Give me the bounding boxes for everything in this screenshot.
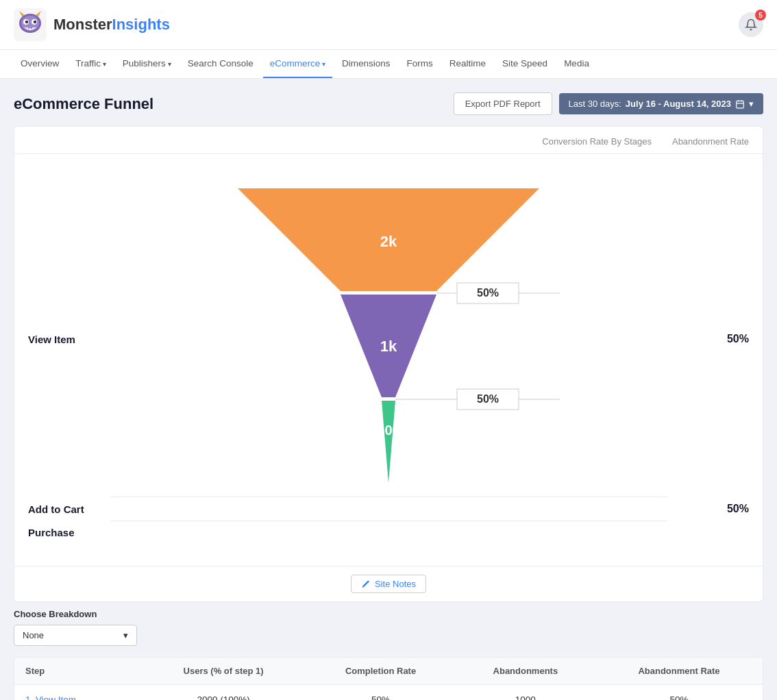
cell-users-1: 2000 (100%) [141,685,306,701]
funnel-table: Step Users (% of step 1) Completion Rate… [14,657,763,700]
notification-badge: 5 [755,10,766,21]
main-content: eCommerce Funnel Export PDF Report Last … [0,79,777,700]
cell-abandonment-rate-1: 50% [595,685,763,701]
page-title: eCommerce Funnel [14,95,153,113]
svg-point-5 [25,21,28,23]
svg-text:50%: 50% [477,393,499,405]
table-header-row: Step Users (% of step 1) Completion Rate… [14,658,763,685]
pencil-icon [361,579,371,589]
funnel-right-add-to-cart: 50% [667,503,749,515]
funnel-label-view-item: View Item [28,334,110,345]
breakdown-dropdown[interactable]: None ▾ [14,625,137,646]
chevron-down-icon: ▾ [123,630,128,640]
funnel-svg-area-1: 2k 1k 500 50% [110,182,667,497]
nav-site-speed[interactable]: Site Speed [495,50,554,78]
add-to-cart-label-row: Add to Cart 50% [28,497,749,521]
logo: MonsterInsights [14,8,170,41]
svg-text:2k: 2k [380,233,397,250]
nav-overview[interactable]: Overview [14,50,66,78]
site-notes-area: Site Notes [14,566,763,601]
col-completion: Completion Rate [306,658,455,685]
export-pdf-button[interactable]: Export PDF Report [454,92,552,115]
svg-text:500: 500 [377,423,399,438]
date-prefix: Last 30 days: [569,99,621,109]
logo-icon [14,8,47,41]
cell-completion-1: 50% [306,685,455,701]
funnel-label-add-to-cart: Add to Cart [28,503,110,515]
col-abandonments: Abandonments [456,658,595,685]
step-1-link[interactable]: 1. View Item [25,695,76,700]
chevron-down-icon: ▾ [749,99,754,109]
breakdown-section: Choose Breakdown None ▾ [14,602,763,657]
funnel-svg: 2k 1k 500 50% [217,182,560,497]
separator-1 [28,497,749,497]
funnel-card: Conversion Rate By Stages Abandonment Ra… [14,126,763,602]
breakdown-label: Choose Breakdown [14,609,763,619]
funnel-visual: View Item 2k 1k 500 [14,154,763,566]
tab-abandonment-rate[interactable]: Abandonment Rate [672,136,749,153]
svg-rect-12 [737,101,744,108]
col-step: Step [14,658,141,685]
funnel-right-view-item: 50% [667,333,749,345]
calendar-icon [735,99,745,109]
funnel-row-view-item: View Item 2k 1k 500 [28,168,749,497]
nav-realtime[interactable]: Realtime [443,50,493,78]
header: MonsterInsights 5 [0,0,777,50]
page-header: eCommerce Funnel Export PDF Report Last … [14,92,763,115]
nav-ecommerce[interactable]: eCommerce [263,50,332,78]
date-range-button[interactable]: Last 30 days: July 16 - August 14, 2023 … [559,93,763,114]
date-range-label: July 16 - August 14, 2023 [626,99,731,109]
col-abandonment-rate: Abandonment Rate [595,658,763,685]
nav-traffic[interactable]: Traffic [69,50,113,78]
nav-bar: Overview Traffic Publishers Search Conso… [0,50,777,79]
svg-text:1k: 1k [380,338,397,355]
svg-point-6 [34,21,36,23]
nav-media[interactable]: Media [557,50,596,78]
tab-conversion-rate[interactable]: Conversion Rate By Stages [542,136,652,153]
data-table: Step Users (% of step 1) Completion Rate… [14,658,763,700]
card-tabs: Conversion Rate By Stages Abandonment Ra… [14,127,763,154]
notification-area: 5 [739,12,763,37]
separator-2 [28,521,749,521]
nav-dimensions[interactable]: Dimensions [335,50,397,78]
nav-publishers[interactable]: Publishers [116,50,178,78]
breakdown-selected: None [23,630,44,640]
nav-search-console[interactable]: Search Console [181,50,260,78]
col-users: Users (% of step 1) [141,658,306,685]
site-notes-button[interactable]: Site Notes [351,575,426,593]
funnel-label-purchase: Purchase [28,527,110,538]
cell-step-1: 1. View Item [14,685,141,701]
notification-bell[interactable]: 5 [739,12,763,37]
svg-text:50%: 50% [477,287,499,299]
nav-forms[interactable]: Forms [400,50,440,78]
table-row: 1. View Item 2000 (100%) 50% 1000 50% [14,685,763,701]
logo-text: MonsterInsights [53,16,170,34]
cell-abandonments-1: 1000 [456,685,595,701]
svg-marker-20 [382,401,395,483]
header-actions: Export PDF Report Last 30 days: July 16 … [454,92,763,115]
purchase-label-row: Purchase [28,521,749,552]
